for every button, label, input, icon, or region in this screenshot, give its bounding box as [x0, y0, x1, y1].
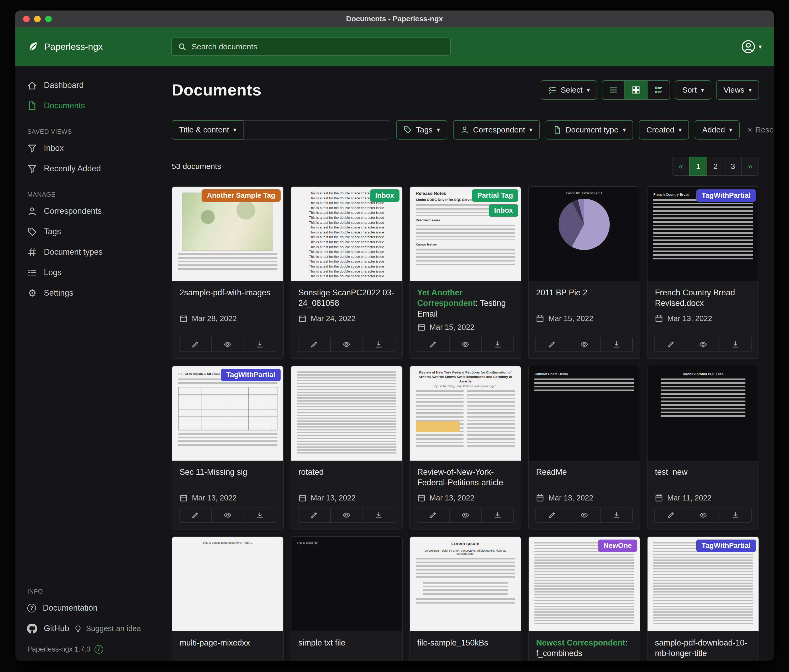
sidebar-item-documentation[interactable]: ? Documentation [15, 598, 157, 618]
card-title[interactable]: Sec 11-Missing sig [179, 467, 276, 490]
card-title[interactable]: file-sample_150kBs [417, 638, 514, 661]
sort-button[interactable]: Sort ▾ [675, 80, 711, 100]
card-title[interactable]: Yet Another Correspondent: Testing Email [417, 287, 514, 319]
detail-view-button[interactable] [647, 80, 670, 100]
card-title[interactable]: Review-of-New-York-Federal-Petitions-art… [417, 467, 514, 490]
sidebar-item-tags[interactable]: Tags [15, 221, 157, 242]
edit-button[interactable] [654, 508, 687, 523]
tag-badge[interactable]: NewOne [598, 540, 637, 552]
tags-filter-button[interactable]: Tags ▾ [396, 120, 447, 140]
view-button[interactable] [330, 508, 363, 523]
pagination-next-button[interactable]: » [741, 157, 759, 176]
brand[interactable]: Paperless-ngx [27, 41, 158, 53]
edit-button[interactable] [535, 508, 568, 523]
card-title[interactable]: 2011 BP Pie 2 [536, 287, 632, 311]
download-button[interactable] [600, 508, 633, 523]
select-button[interactable]: Select ▾ [541, 80, 597, 100]
card-thumbnail[interactable]: Patient BP Distribution 2011 [529, 187, 640, 281]
document-card[interactable]: This is a test for the double space char… [291, 186, 402, 359]
card-title[interactable]: Sonstige ScanPC2022 03-24_081058 [299, 287, 395, 311]
pagination-page-2[interactable]: 2 [707, 157, 724, 176]
card-thumbnail[interactable]: Review of New York Federal Petitions for… [410, 366, 521, 460]
edit-button[interactable] [417, 337, 450, 352]
view-button[interactable] [687, 337, 719, 352]
download-button[interactable] [244, 508, 276, 523]
document-card[interactable]: Adobe Acrobat PDF Files test_new Mar 11,… [647, 366, 759, 530]
sidebar-item-correspondents[interactable]: Correspondents [15, 201, 157, 221]
download-button[interactable] [244, 337, 276, 352]
document-card[interactable]: Another Sample Tag 2sample-pdf-with-imag… [172, 186, 284, 359]
card-title[interactable]: test_new [655, 467, 751, 490]
document-card[interactable]: This is a multi page document. Page 1. m… [172, 537, 284, 661]
edit-button[interactable] [654, 337, 687, 352]
document-card[interactable]: This is a test file. simple txt file [291, 537, 402, 661]
reset-filters-button[interactable]: × Reset filters [747, 125, 774, 134]
edit-button[interactable] [179, 508, 212, 523]
sidebar-item-documents[interactable]: Documents [15, 96, 157, 116]
edit-button[interactable] [298, 508, 331, 523]
document-card[interactable]: Patient BP Distribution 2011 2011 BP Pie… [528, 186, 640, 359]
download-button[interactable] [719, 337, 752, 352]
card-title[interactable]: rotated [299, 467, 395, 490]
download-button[interactable] [481, 508, 514, 523]
card-thumbnail[interactable]: This is a multi page document. Page 1. [172, 537, 283, 631]
sidebar-item-github[interactable]: GitHub [15, 618, 74, 639]
document-card[interactable]: Lorem ipsumLorem ipsum dolor sit amet, c… [409, 537, 522, 661]
global-search[interactable] [171, 38, 451, 56]
tag-badge[interactable]: Inbox [489, 204, 518, 217]
pagination-prev-button[interactable]: « [672, 157, 690, 176]
sidebar-item-dashboard[interactable]: Dashboard [15, 75, 157, 96]
view-button[interactable] [687, 508, 719, 523]
document-card[interactable]: TagWithPartial sample-pdf-download-10-mb… [647, 537, 759, 661]
view-button[interactable] [449, 337, 482, 352]
info-icon[interactable]: i [94, 645, 103, 654]
sidebar-item-suggest-idea[interactable]: Suggest an idea [74, 624, 141, 633]
user-menu[interactable]: ▾ [741, 40, 762, 54]
sidebar-item-logs[interactable]: Logs [15, 262, 157, 283]
search-input[interactable] [191, 42, 444, 51]
tag-badge[interactable]: Partial Tag [472, 189, 518, 202]
card-thumbnail[interactable]: NewOne [529, 537, 640, 631]
edit-button[interactable] [179, 337, 212, 352]
view-button[interactable] [568, 337, 601, 352]
created-filter-button[interactable]: Created ▾ [639, 120, 689, 140]
document-card[interactable]: 1.1. CONTINUING MEDICAL EDUCA TagWithPar… [172, 366, 284, 530]
document-card[interactable]: Review of New York Federal Petitions for… [409, 366, 522, 530]
document-card[interactable]: NewOne Newest Correspondent: f_combineds [528, 537, 640, 661]
edit-button[interactable] [298, 337, 331, 352]
document-card[interactable]: rotated Mar 13, 2022 [291, 366, 402, 530]
card-thumbnail[interactable]: This is a test for the double space char… [291, 187, 402, 281]
sidebar-item-document-types[interactable]: Document types [15, 242, 157, 262]
download-button[interactable] [719, 508, 752, 523]
card-thumbnail[interactable]: Adobe Acrobat PDF Files [647, 366, 759, 460]
document-card[interactable]: Release NotesSimba ODBC Driver for SQL S… [409, 186, 522, 359]
view-button[interactable] [211, 508, 244, 523]
tag-badge[interactable]: TagWithPartial [696, 540, 756, 552]
list-view-button[interactable] [602, 80, 625, 100]
view-button[interactable] [568, 508, 601, 523]
minimize-window-button[interactable] [34, 16, 41, 22]
pagination-page-3[interactable]: 3 [724, 157, 742, 176]
download-button[interactable] [363, 508, 395, 523]
card-title[interactable]: multi-page-mixedxx [179, 638, 276, 661]
view-button[interactable] [330, 337, 363, 352]
zoom-window-button[interactable] [45, 16, 52, 22]
card-title[interactable]: French Country Bread Revised.docx [655, 287, 751, 311]
card-thumbnail[interactable]: 1.1. CONTINUING MEDICAL EDUCA TagWithPar… [172, 366, 283, 460]
download-button[interactable] [481, 337, 514, 352]
pagination-page-1[interactable]: 1 [689, 157, 707, 176]
edit-button[interactable] [417, 508, 450, 523]
view-button[interactable] [211, 337, 244, 352]
card-thumbnail[interactable]: Lorem ipsumLorem ipsum dolor sit amet, c… [410, 537, 521, 631]
card-title[interactable]: simple txt file [299, 638, 395, 661]
title-content-filter-input[interactable] [243, 120, 390, 140]
added-filter-button[interactable]: Added ▾ [695, 120, 739, 140]
card-thumbnail[interactable]: Release NotesSimba ODBC Driver for SQL S… [410, 187, 521, 281]
card-thumbnail[interactable]: Another Sample Tag [172, 187, 283, 281]
document-type-filter-button[interactable]: Document type ▾ [546, 120, 633, 140]
grid-view-button[interactable] [624, 80, 647, 100]
card-correspondent[interactable]: Newest Correspondent [536, 638, 625, 647]
title-content-filter-button[interactable]: Title & content ▾ [172, 120, 244, 140]
correspondent-filter-button[interactable]: Correspondent ▾ [453, 120, 540, 140]
download-button[interactable] [363, 337, 395, 352]
